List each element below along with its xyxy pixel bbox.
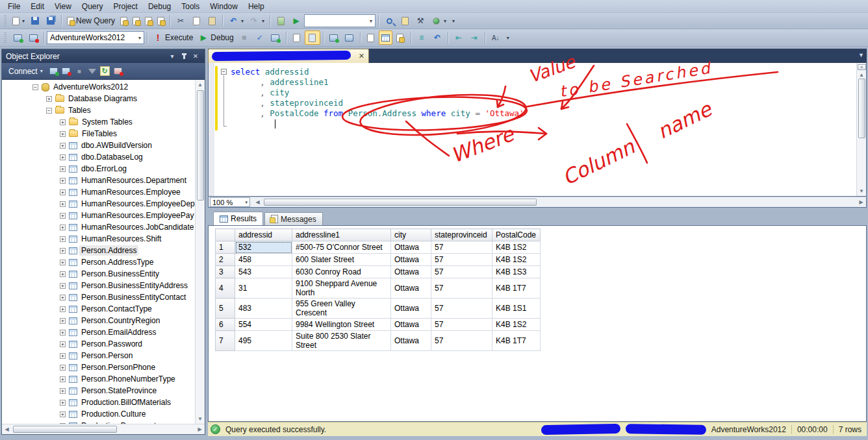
grid-cell[interactable]: Ottawa [391, 299, 431, 319]
tree-item[interactable]: +HumanResources.EmployeeDep [2, 198, 195, 210]
tree-item[interactable]: +FileTables [2, 128, 195, 140]
tree-item[interactable]: −Tables [2, 104, 195, 116]
grid-cell[interactable]: 532 [235, 241, 292, 254]
tree-item[interactable]: +dbo.AWBuildVersion [2, 140, 195, 151]
grid-cell[interactable]: 600 Slater Street [292, 254, 391, 266]
expand-icon[interactable]: + [60, 295, 66, 300]
scroll-left-icon[interactable]: ◀ [253, 197, 262, 207]
close-tab-icon[interactable]: ✕ [359, 52, 364, 60]
collapse-icon[interactable]: − [46, 108, 52, 114]
tree-item[interactable]: +Person.ContactType [2, 303, 195, 315]
code-fold-toggle[interactable]: − [221, 69, 227, 75]
menu-project[interactable]: Project [108, 1, 143, 12]
grid-cell[interactable]: Ottawa [391, 331, 431, 351]
grid-cell[interactable]: 57 [431, 241, 492, 254]
menu-view[interactable]: View [49, 1, 77, 12]
expand-icon[interactable]: + [60, 131, 66, 137]
grid-cell[interactable]: K4B 1S2 [492, 254, 541, 266]
tools-button[interactable]: ⚒ [413, 14, 428, 28]
grid-cell[interactable]: Suite 800 2530 Slater Street [292, 331, 391, 351]
scrollbar-thumb[interactable] [197, 90, 204, 201]
database-engine-query-button[interactable] [118, 14, 130, 28]
grid-row-number[interactable]: 3 [216, 266, 235, 278]
tree-item[interactable]: +Person.PhoneNumberType [2, 373, 195, 385]
tree-item[interactable]: +HumanResources.Shift [2, 233, 195, 245]
tree-item[interactable]: +HumanResources.Department [2, 175, 195, 186]
grid-cell[interactable]: 57 [431, 266, 492, 278]
community-button[interactable]: ▾ [428, 14, 449, 28]
grid-row-number[interactable]: 1 [216, 241, 235, 254]
splitter-handle[interactable]: ≡ [858, 64, 866, 70]
scrollbar-thumb[interactable] [13, 426, 117, 433]
tree-item[interactable]: +Person.Password [2, 338, 195, 350]
object-explorer-titlebar[interactable]: Object Explorer ▾ ✕ [2, 49, 205, 63]
find-button[interactable] [381, 14, 397, 28]
decrease-indent-button[interactable]: ⇤ [451, 31, 466, 45]
expand-icon[interactable]: + [60, 353, 66, 359]
new-window-button[interactable]: ▾ [10, 14, 27, 28]
grid-cell[interactable]: K4B 1S2 [492, 241, 541, 254]
expand-icon[interactable]: + [60, 400, 66, 406]
scroll-left-icon[interactable]: ◀ [2, 424, 12, 434]
grid-row-number[interactable]: 5 [216, 299, 235, 319]
tree-item[interactable]: +Database Diagrams [2, 93, 195, 104]
grid-cell[interactable]: 554 [235, 319, 292, 331]
grid-cell[interactable]: 57 [431, 299, 492, 319]
grid-cell[interactable]: 57 [431, 278, 492, 299]
menu-edit[interactable]: Edit [25, 1, 49, 12]
expand-icon[interactable]: + [60, 330, 66, 336]
expand-icon[interactable]: + [60, 306, 66, 312]
connect-button[interactable]: Connect▾ [6, 64, 45, 79]
grid-cell[interactable]: 458 [235, 254, 292, 266]
expand-icon[interactable]: + [60, 213, 66, 219]
activity-monitor-button[interactable] [273, 14, 288, 28]
increase-indent-button[interactable]: ⇥ [466, 31, 482, 45]
expand-icon[interactable]: + [60, 225, 66, 230]
stop-icon[interactable]: ■ [74, 66, 84, 77]
tree-horizontal-scrollbar[interactable]: ◀ ▶ [2, 424, 205, 434]
tree-item[interactable]: +dbo.ErrorLog [2, 163, 195, 175]
copy-button[interactable] [188, 14, 204, 28]
tree-item[interactable]: +Production.BillOfMaterials [2, 397, 195, 408]
properties-button[interactable] [397, 14, 413, 28]
close-panel-button[interactable]: ✕ [190, 52, 201, 61]
save-button[interactable] [27, 14, 43, 28]
grid-cell[interactable]: Ottawa [391, 254, 431, 266]
tree-vertical-scrollbar[interactable]: ▲ ▼ [195, 80, 205, 424]
expand-icon[interactable]: + [60, 189, 66, 195]
results-grid[interactable]: addressidaddressline1citystateprovinceid… [215, 228, 541, 351]
disconnect-object-explorer-icon[interactable] [62, 67, 70, 75]
menu-tools[interactable]: Tools [176, 1, 205, 12]
xmla-query-button[interactable] [155, 14, 167, 28]
expand-icon[interactable]: + [60, 178, 66, 184]
tab-messages[interactable]: Messages [264, 212, 323, 225]
grid-cell[interactable]: 6030 Conroy Road [292, 266, 391, 278]
grid-column-header[interactable]: addressline1 [292, 229, 391, 241]
parse-button[interactable]: ✓ [252, 31, 268, 45]
grid-column-header[interactable]: PostalCode [492, 229, 541, 241]
expand-icon[interactable]: + [60, 248, 66, 254]
grid-cell[interactable]: 57 [431, 319, 492, 331]
filter-icon[interactable] [88, 69, 96, 74]
tree-item[interactable]: +Person.BusinessEntity [2, 268, 195, 280]
new-window-same-connection-button[interactable] [289, 31, 305, 45]
grid-column-header[interactable]: stateprovinceid [431, 229, 492, 241]
tree-item[interactable]: −AdventureWorks2012 [2, 81, 195, 93]
tree-item[interactable]: +System Tables [2, 116, 195, 128]
grid-cell[interactable]: Ottawa [391, 278, 431, 299]
active-files-dropdown-icon[interactable]: ▼ [858, 52, 864, 58]
grid-cell[interactable]: 57 [431, 331, 492, 351]
grid-row-number[interactable]: 7 [216, 331, 235, 351]
expand-icon[interactable]: + [60, 260, 66, 265]
tree-item[interactable]: +HumanResources.Employee [2, 186, 195, 198]
tree-item[interactable]: +HumanResources.JobCandidate [2, 221, 195, 233]
grid-cell[interactable]: K4B 1S1 [492, 299, 541, 319]
comment-button[interactable]: ≡ [414, 31, 429, 45]
tree-item[interactable]: +Person.EmailAddress [2, 326, 195, 338]
grid-column-header[interactable]: addressid [235, 229, 292, 241]
cut-button[interactable]: ✂ [173, 14, 188, 28]
dmx-query-button[interactable] [142, 14, 155, 28]
scroll-up-icon[interactable]: ▲ [857, 71, 867, 78]
toolbar-combo[interactable]: ▾ [304, 14, 376, 27]
specify-template-params-button[interactable] [326, 31, 342, 45]
